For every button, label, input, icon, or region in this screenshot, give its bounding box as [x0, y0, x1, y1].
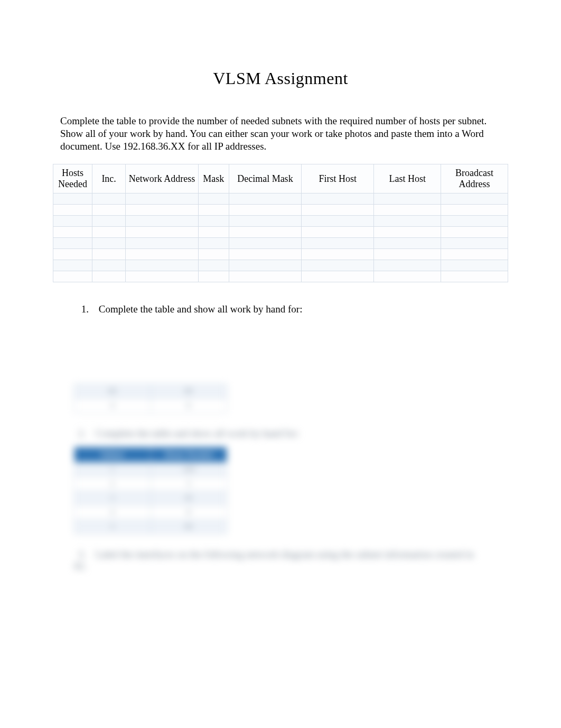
vlsm-table-body: [53, 193, 508, 282]
table-row: 5 60: [74, 519, 227, 533]
list-number-2: 2.: [74, 428, 86, 439]
mini2-cell: 45: [151, 491, 227, 505]
mini2-cell: 4: [74, 505, 151, 519]
table-row: [53, 193, 508, 204]
table-header-row: Subnet Hosts Needed: [74, 447, 227, 462]
ordered-list-item-1: 1. Complete the table and show all work …: [74, 303, 508, 315]
mini2-header-a: Subnet: [74, 447, 151, 462]
table-row: 4 8: [74, 505, 227, 519]
mini2-cell: 60: [151, 519, 227, 533]
blurred-content: 60 80 4 6 2. Complete the table and show…: [53, 384, 508, 572]
mini1-cell: 80: [151, 384, 227, 398]
vlsm-table-container: Hosts Needed Inc. Network Address Mask D…: [53, 164, 508, 282]
table-row: 3 45: [74, 491, 227, 505]
mini2-cell: 2: [74, 476, 151, 491]
table-row: [53, 237, 508, 248]
table-row: 1 100: [74, 462, 227, 476]
mini1-cell: 4: [74, 398, 151, 412]
list-number-3: 3.: [74, 549, 86, 560]
document-page: VLSM Assignment Complete the table to pr…: [0, 0, 561, 572]
list-text-3: Label the interfaces on the following ne…: [74, 549, 474, 572]
col-header-inc: Inc.: [92, 164, 125, 193]
table-row: 4 6: [74, 398, 227, 412]
col-header-decimal-mask: Decimal Mask: [229, 164, 301, 193]
col-header-mask: Mask: [198, 164, 229, 193]
table-row: 60 80: [74, 384, 227, 398]
mini-table-2: Subnet Hosts Needed 1 100 2 3 3: [74, 447, 227, 534]
table-row: 2 3: [74, 476, 227, 491]
table-header-row: Hosts Needed Inc. Network Address Mask D…: [53, 164, 508, 193]
instructions-paragraph: Complete the table to provide the number…: [60, 115, 501, 152]
mini-table-1-wrap: 60 80 4 6: [74, 384, 487, 413]
list-text-2: Complete the table and show all work by …: [96, 428, 300, 439]
col-header-hosts: Hosts Needed: [53, 164, 92, 193]
list-number-1: 1.: [74, 303, 89, 315]
col-header-first-host: First Host: [302, 164, 374, 193]
mini2-cell: 3: [151, 476, 227, 491]
table-row: [53, 204, 508, 215]
table-row: [53, 248, 508, 260]
mini2-cell: 1: [74, 462, 151, 476]
list-text-1: Complete the table and show all work by …: [99, 303, 303, 315]
table-row: [53, 215, 508, 226]
ordered-list-item-3: 3. Label the interfaces on the following…: [74, 549, 487, 572]
vlsm-table: Hosts Needed Inc. Network Address Mask D…: [53, 164, 508, 282]
table-row: [53, 226, 508, 237]
mini1-cell: 6: [151, 398, 227, 412]
mini2-cell: 3: [74, 491, 151, 505]
mini1-cell: 60: [74, 384, 151, 398]
col-header-last-host: Last Host: [374, 164, 441, 193]
col-header-broadcast-address: Broadcast Address: [441, 164, 508, 193]
ordered-list-item-2: 2. Complete the table and show all work …: [74, 428, 487, 439]
mini2-header-b: Hosts Needed: [151, 447, 227, 462]
mini-table-2-wrap: Subnet Hosts Needed 1 100 2 3 3: [74, 447, 487, 534]
mini2-cell: 5: [74, 519, 151, 533]
table-row: [53, 260, 508, 271]
mini2-cell: 100: [151, 462, 227, 476]
col-header-network-address: Network Address: [126, 164, 198, 193]
mini-table-1: 60 80 4 6: [74, 384, 227, 413]
table-row: [53, 271, 508, 282]
page-title: VLSM Assignment: [53, 69, 508, 88]
mini2-cell: 8: [151, 505, 227, 519]
